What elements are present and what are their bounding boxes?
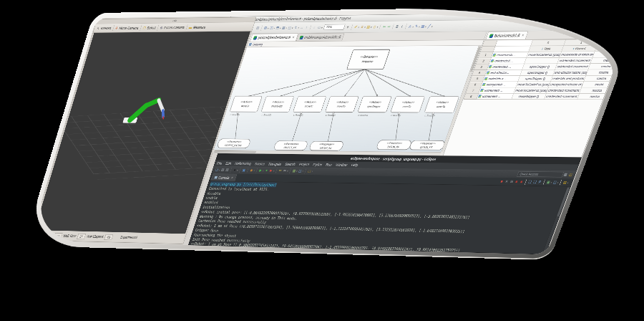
diagram-pane: pickandplacebehavior.di✕ mobilemanipulat… xyxy=(213,32,487,155)
diagram-element: response xyxy=(361,59,374,64)
papyrus-window: pickandplace/pickandplacebehavior.di - p… xyxy=(187,11,635,158)
tab-behaviormodel[interactable]: BehaviorModel.di✕ xyxy=(486,32,529,40)
screen-mockup-panel: pickandplace/pickandplacebehavior.di - p… xyxy=(24,6,644,260)
menu-file[interactable]: File xyxy=(216,161,223,166)
toolbar-icon[interactable]: ▾ xyxy=(345,24,351,29)
diagram-element: moveTo xyxy=(336,105,346,107)
close-icon[interactable]: ✕ xyxy=(292,36,295,39)
dropdown-caret[interactable]: ▾ xyxy=(253,169,255,172)
tool-label: Interact xyxy=(100,26,112,30)
menu-refactoring[interactable]: Refactoring xyxy=(235,161,252,166)
tab-label: mobilemanipulationskills.di xyxy=(303,35,341,39)
dropdown-caret[interactable]: ▾ xyxy=(431,24,433,27)
diagram-element: <<Parameter>> xyxy=(419,142,436,145)
close-icon[interactable]: ✕ xyxy=(230,176,233,179)
menu-pydev[interactable]: Pydev xyxy=(313,163,323,167)
tab-label: pickandplacebehavior.di xyxy=(258,35,291,39)
rviz-tool-measure[interactable]: ▬Measure xyxy=(185,23,209,32)
rviz-tool-focus-camera[interactable]: ⊕Focus Camera xyxy=(157,23,187,32)
diagram-element: DATUM_PA xyxy=(387,145,401,149)
diagram-element xyxy=(356,70,386,97)
menu-search[interactable]: Search xyxy=(285,162,296,166)
diagram-element: <<Action>> xyxy=(272,100,285,103)
diagram-canvas[interactable]: <<Behavior>>response<<Action>>moveToc: R… xyxy=(214,46,479,153)
console-output[interactable]: grasp_ungrasp.py [/usr/bin/python]Connec… xyxy=(189,181,571,254)
diagram-element: <<Action>> xyxy=(401,101,415,104)
diagram-element: moveTo xyxy=(402,105,411,108)
tool-label: Focus Camera xyxy=(164,25,185,29)
diagram-element xyxy=(261,96,294,112)
table-row[interactable]: 8unintended ...closeGripper ()unintended… xyxy=(464,93,613,100)
menu-run[interactable]: Run xyxy=(326,163,333,167)
dropdown-caret[interactable]: ▾ xyxy=(557,181,559,183)
diagram-element: DATUM_AU xyxy=(319,146,332,150)
diagram-element: <<Parameter>> xyxy=(319,143,336,146)
tab-console[interactable]: Console✕ xyxy=(210,173,237,181)
diagram-element: OBJECT_DATUM xyxy=(225,144,243,148)
menu-source[interactable]: Source xyxy=(254,162,265,166)
menu-edit[interactable]: Edit xyxy=(225,161,232,166)
diagram-element: <<Action>> xyxy=(336,100,349,103)
quick-access-input[interactable]: Quick Access xyxy=(575,21,618,28)
dropdown-caret[interactable]: ▾ xyxy=(302,170,304,173)
dropdown-caret[interactable]: ▾ xyxy=(287,169,289,172)
console-icon xyxy=(214,176,218,179)
diagram-element: c: ReachCt xyxy=(358,114,369,117)
dropdown-caret[interactable]: ▾ xyxy=(237,169,239,172)
perspective-icon[interactable]: ▦ xyxy=(619,21,626,27)
menu-help[interactable]: Help xyxy=(351,163,358,167)
diagram-element: DATUM_KIT xyxy=(419,145,433,149)
zoom-level-combo[interactable]: 75% xyxy=(323,24,346,30)
diagram-element xyxy=(293,96,326,112)
drawing-icon xyxy=(248,43,252,46)
diagram-element xyxy=(358,96,391,112)
diagram-element: <<Action>> xyxy=(240,100,253,103)
tab-mobilemanipulationskills[interactable]: mobilemanipulationskills.di xyxy=(296,33,345,42)
diagram-element: OBJECT_KIT xyxy=(283,146,297,149)
rviz-tool-interact[interactable]: ↖Interact xyxy=(94,24,114,32)
quick-access-input[interactable]: Quick Access xyxy=(517,171,564,177)
close-icon[interactable]: ✕ xyxy=(521,34,525,37)
dropdown-caret[interactable]: ▾ xyxy=(311,170,313,173)
diagram-element: openGripper xyxy=(366,105,381,107)
diagram-element xyxy=(391,96,425,112)
diagram-element: c: ReachCt xyxy=(261,113,272,116)
toolbar-icon[interactable]: ▥ xyxy=(255,26,260,30)
toolbar-icon[interactable]: ↕ xyxy=(304,25,310,29)
toolbar-icon[interactable]: ▥ xyxy=(225,168,230,172)
toolbar-icon[interactable]: ■ xyxy=(519,179,525,183)
console-view-toolbar: ■✕⊠■■❏❏P▣▾◫▾▤▾ xyxy=(498,178,572,185)
tab-label: BehaviorModel.di xyxy=(494,34,520,38)
scene: pickandplace/pickandplacebehavior.di - p… xyxy=(0,0,644,321)
toolbar-icon[interactable]: ⇨ xyxy=(386,24,392,29)
table-row[interactable]: 7unintended ...moveToCartePos (pos)unint… xyxy=(466,87,615,93)
diagram-element: c: ReachCt xyxy=(424,114,436,118)
dropdown-caret[interactable]: ▾ xyxy=(273,169,275,172)
diagram-element: moveTo xyxy=(304,105,313,107)
dropdown-caret[interactable]: ▾ xyxy=(567,181,569,184)
tool-label: Measure xyxy=(193,25,207,29)
screenshot-area: pickandplace/pickandplacebehavior.di - p… xyxy=(29,11,637,254)
dropdown-caret[interactable]: ▾ xyxy=(376,25,379,28)
diagram-element: closeGripp xyxy=(271,105,283,107)
papyrus-icon xyxy=(299,36,303,39)
toolbar-icon[interactable]: I xyxy=(399,24,405,29)
status-value: 43 xyxy=(104,234,113,239)
table-row[interactable]: 6unexpected ...moveToCartePos (pos)unexp… xyxy=(468,82,618,87)
tab-pickandplacebehavior[interactable]: pickandplacebehavior.di✕ xyxy=(250,33,298,41)
status-value: 37 xyxy=(77,234,86,239)
status-label: Wall Time: xyxy=(63,234,77,238)
menu-project[interactable]: Project xyxy=(298,162,310,166)
status-label: ROS Elapsed: xyxy=(35,233,54,237)
eclipse-dark-window: eclipse-workspace - script/grasp_ungrasp… xyxy=(188,153,582,254)
diagram-element: <<Parameter>> xyxy=(283,143,299,146)
toolbar-icon[interactable]: ▣ xyxy=(241,168,246,173)
toolbar-icon[interactable]: P xyxy=(537,180,542,184)
menu-navigate[interactable]: Navigate xyxy=(268,162,282,166)
menu-window[interactable]: Window xyxy=(335,163,348,167)
rviz-tool-move-camera[interactable]: ✛Move Camera xyxy=(112,24,142,32)
diagram-element xyxy=(230,96,262,112)
toolbar-icon[interactable]: ◫ xyxy=(567,173,573,178)
tab-label: Console xyxy=(218,176,230,180)
table-row[interactable]: 5materials a...openGripper ()materials a… xyxy=(470,75,620,82)
